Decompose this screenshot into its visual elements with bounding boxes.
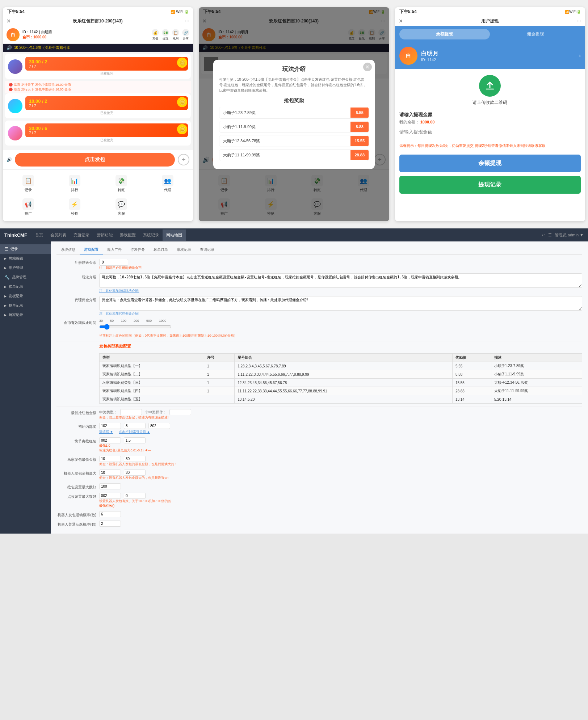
packet-item-1[interactable]: 30.00 / 2 7 / 7 已被抢完 🪙 <box>5 54 191 79</box>
input-nowin-action[interactable] <box>169 409 191 415</box>
action-withdraw-1[interactable]: 💵 提现 <box>162 29 169 41</box>
modal-overlay[interactable]: ✕ 玩法介绍 可发可抢，10-200七包1.6倍【免死中雷赔付本金】点击主页发送… <box>199 7 389 221</box>
tab-commission[interactable]: 佣金提现 <box>490 29 581 39</box>
value-register-gift: 注：新新用户注册时赠送金币! <box>99 259 582 270</box>
menu-transfer-1[interactable]: 💸 转账 <box>99 173 144 195</box>
close-btn-3[interactable]: ✕ <box>399 18 403 24</box>
input-robot-min-2[interactable] <box>124 456 146 462</box>
sidebar-site-edit[interactable]: ▸ 网站编辑 <box>0 254 51 263</box>
sidebar-user-mgmt[interactable]: ▸ 用户管理 <box>0 263 51 273</box>
form-row-fast-snatch: 快节奏抢红包 最低1.0 标注为红色 (最低值为0.01-0.1) ◀— <box>56 437 582 453</box>
sidebar-brand[interactable]: 🔧 品牌管理 <box>0 273 51 282</box>
nav-gameconfig[interactable]: 游戏配置 <box>116 230 139 241</box>
menu-agent-1[interactable]: 👥 代理 <box>145 173 190 195</box>
nav-home[interactable]: 首页 <box>32 230 47 241</box>
sidebar-records[interactable]: ☰ 记录 <box>0 244 51 254</box>
close-btn-1[interactable]: ✕ <box>7 18 11 24</box>
tab-query[interactable]: 查询记录 <box>196 245 219 255</box>
input-robot-activity[interactable] <box>99 511 121 517</box>
input-fast-1[interactable] <box>99 437 121 443</box>
more-btn-3[interactable]: ··· <box>577 18 581 24</box>
modal-close-btn[interactable]: ✕ <box>363 63 372 71</box>
input-win-type[interactable] <box>120 409 142 415</box>
transfer-icon: 💸 <box>116 175 127 186</box>
tab-gameconfig[interactable]: 游戏配置 <box>80 245 103 255</box>
send-packet-btn[interactable]: 点击发包 <box>15 153 175 167</box>
prize-row-0: 小顺子1.23-7.89奖 5.55 <box>219 107 369 119</box>
more-btn-1[interactable]: ··· <box>185 18 189 24</box>
input-robot-max-2[interactable] <box>124 470 146 476</box>
form-row-prize-table: 类型 序号 尾号组合 奖励值 描述 玩家编辑识别类型【一】 <box>56 352 582 404</box>
packet-item-3[interactable]: 30.00 / 6 7 / 7 已被抢完 🪙 <box>5 121 191 146</box>
admin-user[interactable]: 管理员 admin ▼ <box>555 232 584 238</box>
nav-marketing[interactable]: 营销功能 <box>93 230 116 241</box>
tab-pending-tasks[interactable]: 待发任务 <box>126 245 149 255</box>
nav-sitemap[interactable]: 网站地图 <box>163 230 186 241</box>
hint-robot-min: 佣金：设置机器人发包的最低金额，也是我游戏大的！ <box>99 462 582 467</box>
packet-item-2[interactable]: 10.00 / 2 7 / 7 已被抢完 🪙 <box>5 93 191 118</box>
action-recharge-1[interactable]: 💰 充值 <box>152 29 159 41</box>
value-game-intro: 可发可抢，10-200七包1.6倍【免死中雷赔付本金】点击主页发送红包金额设置红… <box>99 273 582 293</box>
tab-sysinfo[interactable]: 系统信息 <box>56 245 80 255</box>
link-fill[interactable]: 请填写 ▼ <box>99 430 113 434</box>
hint-agent-intro[interactable]: 注：此处添加代理佣金介绍! <box>99 311 582 316</box>
prize-row-3: 大豹子11.11-99.99奖 28.88 <box>219 149 369 161</box>
admin-menu-icon[interactable]: ☰ <box>548 233 552 237</box>
nav-members[interactable]: 会员列表 <box>47 230 70 241</box>
menu-service-1[interactable]: 💬 客服 <box>99 196 144 218</box>
plus-btn[interactable]: + <box>178 154 189 165</box>
link-index[interactable]: 点击想到/索引公司 ▲ <box>119 430 150 434</box>
nav-recharge[interactable]: 充值记录 <box>70 230 93 241</box>
packet-1: 30.00 / 2 7 / 7 <box>25 57 188 71</box>
input-robot-max-1[interactable] <box>99 470 121 476</box>
admin-back-icon[interactable]: ↩ <box>542 233 545 237</box>
col-value: 奖励值 <box>452 354 491 362</box>
hint-robot-max: 佣金：设置机器人发包金额大的，也是我设置大! <box>99 476 582 480</box>
tab-audit[interactable]: 审核记录 <box>172 245 196 255</box>
label-gold-expiry: 金币有效期截止时间 <box>56 319 96 325</box>
textarea-game-intro[interactable]: 可发可抢，10-200七包1.6倍【免死中雷赔付本金】点击主页发送红包金额设置红… <box>99 273 582 288</box>
sidebar-player-records[interactable]: ▸ 玩家记录 <box>0 310 51 320</box>
admin-sidebar: ☰ 记录 ▸ 网站编辑 ▸ 用户管理 🔧 品牌管理 ▸ 接单记录 ▸ 发板记录 <box>0 241 51 534</box>
label-agent-intro: 代理佣金介绍 <box>56 296 96 303</box>
tab-magic-ads[interactable]: 魔力广告 <box>103 245 126 255</box>
volume-icon-1: 🔊 <box>7 45 12 50</box>
menu-rank-1[interactable]: 📊 排行 <box>52 173 97 195</box>
input-snatch-max[interactable] <box>99 483 121 489</box>
input-bonus-2[interactable] <box>124 423 146 429</box>
value-robot-max: 佣金：设置机器人发包金额大的，也是我设置大! <box>99 470 582 480</box>
menu-promote-1[interactable]: 📢 推广 <box>6 196 51 218</box>
input-robot-normal[interactable] <box>99 521 121 527</box>
tab-balance[interactable]: 余额提现 <box>399 29 490 39</box>
upload-btn[interactable] <box>479 75 501 97</box>
sidebar-snatch-records[interactable]: ▸ 抢单记录 <box>0 301 51 310</box>
form-section: 注册赠送金币 注：新新用户注册时赠送金币! 玩法介绍 可发可抢，10-200七包… <box>56 259 582 527</box>
input-click-1[interactable] <box>99 493 121 499</box>
menu-snatch-1[interactable]: ⚡ 秒抢 <box>52 196 97 218</box>
withdraw-form: 请上传收款二维码 请输入提现金额 我的余额： 1000.00 温馨提示：每日提现… <box>395 69 585 203</box>
input-bonus-1[interactable] <box>99 423 121 429</box>
input-click-2[interactable] <box>124 493 146 499</box>
expiry-slider[interactable] <box>99 324 172 330</box>
input-robot-min-1[interactable] <box>99 456 121 462</box>
prize-config-label <box>56 344 96 345</box>
input-register-gift[interactable] <box>99 259 128 266</box>
action-rules-1[interactable]: 📋 规则 <box>172 29 179 41</box>
sidebar-order-recv[interactable]: ▸ 接单记录 <box>0 282 51 291</box>
textarea-agent-intro[interactable]: 佣金算法：点此查看查看计算器-算佣金，此处说明文字显示在推广二维码界面的下方，玩… <box>99 296 582 311</box>
profile-arrow-icon[interactable]: › <box>579 52 581 59</box>
input-bonus-3[interactable] <box>148 423 170 429</box>
withdraw-btn[interactable]: 余额提现 <box>399 155 581 172</box>
menu-record-1[interactable]: 📋 记录 <box>6 173 51 195</box>
label-click-max: 点收设置最大数好 <box>56 493 96 499</box>
sidebar-send-records[interactable]: ▸ 发板记录 <box>0 291 51 301</box>
tab-bad-orders[interactable]: 坏单订单 <box>149 245 172 255</box>
rank-icon: 📊 <box>69 175 80 186</box>
record-btn[interactable]: 提现记录 <box>399 176 581 194</box>
amount-input[interactable] <box>399 127 581 137</box>
hint-game-intro[interactable]: 注：此处添加游戏玩法介绍! <box>99 289 582 293</box>
action-share-1[interactable]: 🔗 分享 <box>182 29 189 41</box>
input-fast-2[interactable] <box>124 437 146 443</box>
nav-syslog[interactable]: 系统记录 <box>139 230 163 241</box>
hint-register-gift: 注：新新用户注册时赠送金币! <box>99 266 582 270</box>
